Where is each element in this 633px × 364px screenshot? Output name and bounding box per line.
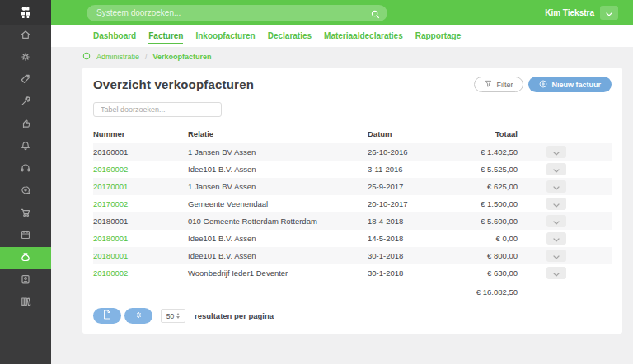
global-search-input[interactable]	[87, 5, 387, 21]
nav-tab[interactable]: Materiaaldeclaraties	[324, 26, 403, 46]
cell-datum: 20-10-2017	[368, 195, 460, 212]
user-menu: Kim Tiekstra	[545, 6, 618, 20]
cell-datum: 30-1-2018	[368, 247, 460, 264]
app-logo[interactable]	[0, 0, 51, 25]
pagination: 50 resultaten per pagina	[93, 308, 612, 324]
cell-actions	[518, 247, 612, 264]
cell-datum: 14-5-2018	[368, 230, 460, 247]
page-size-select[interactable]: 50	[161, 309, 185, 323]
cell-datum: 3-11-2016	[368, 161, 460, 178]
chevron-down-icon	[553, 215, 560, 227]
sidebar-item-finance[interactable]	[0, 247, 51, 269]
table-row[interactable]: 20160002 Idee101 B.V. Assen 3-11-2016 € …	[93, 161, 612, 178]
page-title: Overzicht verkoopfacturen	[93, 77, 254, 91]
plus-circle-icon	[539, 80, 547, 90]
sidebar-item-archive[interactable]	[0, 292, 51, 314]
cell-nummer: 20180001	[93, 230, 188, 247]
table-row[interactable]: 20170002 Gemeente Veenendaal 20-10-2017 …	[93, 195, 612, 212]
page-size-value: 50	[166, 312, 174, 320]
new-invoice-button[interactable]: Nieuw factuur	[528, 77, 612, 92]
nav-tab[interactable]: Rapportage	[415, 26, 462, 46]
filter-button[interactable]: Filter	[474, 77, 523, 92]
column-header-datum: Datum	[368, 124, 460, 143]
clipboard-person-icon	[19, 273, 32, 289]
main-nav: Dashboard Facturen Inkoopfacturen Declar…	[51, 25, 633, 47]
user-dropdown-button[interactable]	[600, 6, 618, 20]
table-row[interactable]: 20180001 Idee101 B.V. Assen 30-1-2018 € …	[93, 247, 612, 264]
invoice-number: 20180002	[93, 268, 128, 278]
sidebar-item-messages[interactable]	[0, 180, 51, 203]
row-expand-button[interactable]	[546, 250, 566, 262]
sidebar-item-planning[interactable]	[0, 225, 51, 247]
table-search-input[interactable]	[93, 102, 222, 117]
cell-nummer: 20180002	[93, 264, 188, 282]
chevron-down-icon	[553, 198, 560, 210]
breadcrumb-item-verkoopfacturen[interactable]: Verkoopfacturen	[153, 53, 212, 61]
sidebar-item-orders[interactable]	[0, 203, 51, 225]
gear-icon	[134, 310, 143, 322]
filter-funnel-icon	[485, 80, 492, 89]
breadcrumb-home-icon[interactable]	[82, 52, 91, 62]
cell-nummer: 20160001	[93, 143, 188, 161]
books-icon	[19, 295, 32, 311]
chevron-down-icon	[606, 7, 612, 19]
cell-nummer: 20170002	[93, 195, 188, 212]
invoice-number: 20180001	[93, 251, 128, 260]
sidebar-item-tools[interactable]	[0, 91, 51, 114]
cell-datum: 18-4-2018	[368, 212, 460, 230]
cell-totaal: € 630,00	[460, 264, 518, 282]
nav-tab[interactable]: Declaraties	[268, 26, 312, 46]
nav-tab[interactable]: Inkoopfacturen	[195, 26, 255, 46]
row-expand-button[interactable]	[546, 146, 566, 158]
cell-relatie: Gemeente Veenendaal	[188, 195, 368, 212]
table-row[interactable]: 20170001 1 Jansen BV Assen 25-9-2017 € 6…	[93, 178, 612, 195]
sidebar-item-notifications[interactable]	[0, 136, 51, 158]
invoice-number: 20170001	[93, 182, 128, 191]
row-expand-button[interactable]	[546, 232, 566, 245]
cell-nummer: 20180001	[93, 247, 188, 264]
cell-totaal: € 5.600,00	[460, 212, 518, 230]
breadcrumb: Administratie / Verkoopfacturen	[82, 52, 212, 62]
results-per-page-label: resultaten per pagina	[195, 311, 274, 320]
sidebar-item-home[interactable]	[0, 25, 51, 47]
cell-relatie: 1 Jansen BV Assen	[188, 178, 368, 195]
row-expand-button[interactable]	[546, 198, 566, 210]
table-row[interactable]: 20180001 010 Gemeente Rotterdam Rotterda…	[93, 212, 612, 230]
export-document-button[interactable]	[93, 308, 121, 324]
cell-relatie: Woonbedrijf Ieder1 Deventer	[188, 264, 368, 282]
table-row[interactable]: 20160001 1 Jansen BV Assen 26-10-2016 € …	[93, 143, 612, 161]
filter-button-label: Filter	[496, 81, 513, 89]
row-expand-button[interactable]	[546, 180, 566, 193]
sidebar-item-products[interactable]	[0, 114, 51, 136]
row-expand-button[interactable]	[546, 163, 566, 175]
breadcrumb-item-administratie[interactable]: Administratie	[96, 53, 139, 61]
cell-nummer: 20160002	[93, 161, 188, 178]
column-header-actions	[518, 124, 612, 143]
cell-totaal: € 800,00	[460, 247, 518, 264]
table-settings-button[interactable]	[124, 308, 152, 324]
cell-actions	[518, 195, 612, 212]
cell-totaal: € 1.500,00	[460, 195, 518, 212]
row-expand-button[interactable]	[546, 215, 566, 227]
new-invoice-button-label: Nieuw factuur	[551, 81, 601, 89]
sidebar-item-settings[interactable]	[0, 47, 51, 69]
cell-datum: 26-10-2016	[368, 143, 460, 161]
invoice-number: 20160002	[93, 165, 128, 174]
table-row[interactable]: 20180001 Idee101 B.V. Assen 14-5-2018 € …	[93, 230, 612, 247]
cell-datum: 30-1-2018	[368, 264, 460, 282]
cell-totaal: € 5.525,00	[460, 161, 518, 178]
nav-tab[interactable]: Facturen	[148, 26, 183, 46]
breadcrumb-separator: /	[145, 53, 148, 61]
invoices-card: Overzicht verkoopfacturen Filter Nieuw f…	[82, 68, 622, 334]
invoice-number: 20160001	[93, 147, 128, 156]
sidebar-item-tags[interactable]	[0, 69, 51, 91]
sidebar	[0, 0, 51, 364]
invoice-number: 20180001	[93, 217, 128, 226]
row-expand-button[interactable]	[546, 267, 566, 279]
sidebar-item-personnel[interactable]	[0, 269, 51, 292]
nav-tab[interactable]: Dashboard	[93, 26, 136, 46]
cell-totaal: € 0,00	[460, 230, 518, 247]
table-row[interactable]: 20180002 Woonbedrijf Ieder1 Deventer 30-…	[93, 264, 612, 282]
chevron-down-icon	[553, 267, 560, 279]
sidebar-item-support[interactable]	[0, 158, 51, 180]
